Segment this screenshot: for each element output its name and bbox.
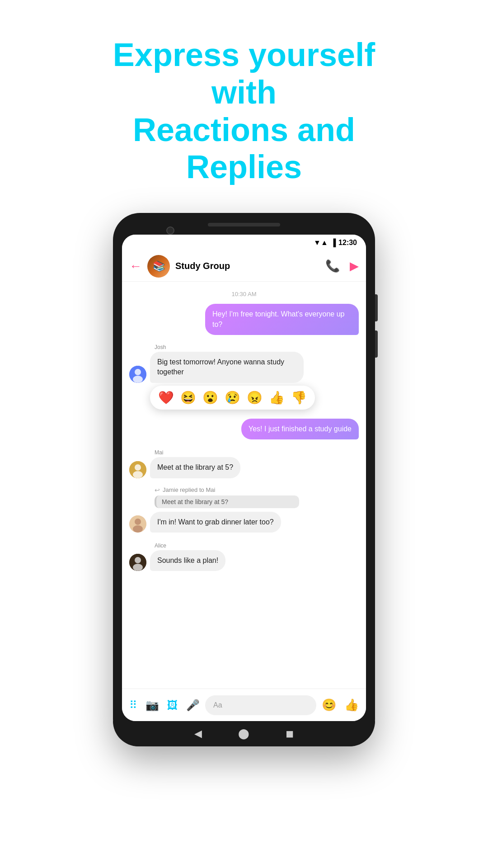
bubble-sent-1[interactable]: Hey! I'm free tonight. What's everyone u… (205, 304, 359, 335)
bottom-nav: ⠿ 📷 🖼 🎤 Aa 😊 👍 (122, 689, 366, 721)
emoji-icon[interactable]: 😊 (319, 695, 339, 715)
message-row-jamie: I'm in! Want to grab dinner later too? (129, 512, 359, 533)
svg-point-4 (135, 464, 141, 471)
text-input[interactable]: Aa (205, 695, 316, 715)
thumbs-up-icon[interactable]: 👍 (342, 695, 361, 715)
reply-label-row: ↩ Jamie replied to Mai (155, 486, 359, 494)
sender-name-alice: Alice (155, 542, 166, 549)
group-name: Study Group (175, 261, 325, 271)
svg-point-8 (133, 525, 143, 533)
reaction-popup: ❤️ 😆 😮 😢 😠 👍 👎 (150, 386, 315, 410)
reaction-thumbsup[interactable]: 👍 (269, 390, 285, 405)
page-header: Express yourself with Reactions and Repl… (86, 36, 402, 186)
android-nav-bar: ◀ ⬤ ◼ (113, 721, 375, 746)
app-header: ← 📚 Study Group 📞 ▶ (122, 251, 366, 282)
message-row-mai: Mai Meet at the library at 5? (129, 449, 359, 478)
video-icon[interactable]: ▶ (350, 259, 359, 273)
avatar-alice (129, 554, 146, 571)
vol-button-2 (375, 330, 378, 358)
svg-point-5 (133, 471, 143, 478)
avatar-jamie (129, 515, 146, 533)
battery-icon: ▐ (331, 239, 336, 247)
reply-arrow-icon: ↩ (155, 486, 160, 494)
group-avatar: 📚 (147, 255, 170, 278)
call-icon[interactable]: 📞 (325, 259, 340, 273)
back-button[interactable]: ← (129, 259, 142, 274)
camera-icon[interactable]: 📷 (143, 696, 162, 714)
avatar-josh (129, 366, 146, 383)
camera (166, 226, 174, 235)
reply-label-text: Jamie replied to Mai (163, 486, 215, 493)
timestamp: 10:30 AM (129, 291, 359, 297)
svg-point-11 (133, 564, 143, 571)
android-home-button[interactable]: ⬤ (238, 728, 249, 740)
message-row-alice: Alice Sounds like a plan! (129, 542, 359, 571)
message-row-sent-1: Hey! I'm free tonight. What's everyone u… (129, 304, 359, 335)
mic-icon[interactable]: 🎤 (183, 696, 202, 714)
dots-icon[interactable]: ⠿ (127, 696, 140, 714)
svg-point-2 (133, 376, 143, 383)
svg-point-7 (135, 519, 141, 525)
vol-button-1 (375, 294, 378, 321)
chat-area: 10:30 AM Hey! I'm free tonight. What's e… (122, 282, 366, 689)
input-placeholder: Aa (213, 701, 222, 709)
message-row-sent-2: Yes! I just finished a study guide (129, 419, 359, 439)
phone-shell: ▼▲ ▐ 12:30 ← 📚 Study Group 📞 ▶ 10:30 AM (113, 213, 375, 746)
time: 12:30 (338, 239, 357, 247)
speaker (208, 223, 280, 226)
bubble-jamie[interactable]: I'm in! Want to grab dinner later too? (150, 512, 281, 533)
sender-name-mai: Mai (155, 449, 163, 456)
reaction-sad[interactable]: 😢 (225, 390, 240, 405)
svg-point-10 (135, 557, 141, 563)
image-icon[interactable]: 🖼 (164, 696, 181, 714)
phone-screen: ▼▲ ▐ 12:30 ← 📚 Study Group 📞 ▶ 10:30 AM (122, 235, 366, 721)
bubble-josh[interactable]: Big test tomorrow! Anyone wanna study to… (150, 352, 304, 383)
android-back-button[interactable]: ◀ (194, 728, 202, 740)
reply-quote-bubble: Meet at the library at 5? (155, 495, 299, 508)
reaction-laugh[interactable]: 😆 (180, 390, 196, 405)
reaction-wow[interactable]: 😮 (202, 390, 218, 405)
wifi-icon: ▼▲ (314, 239, 328, 247)
bubble-alice[interactable]: Sounds like a plan! (150, 550, 225, 571)
header-actions: 📞 ▶ (325, 259, 359, 273)
sender-name-josh: Josh (155, 344, 166, 350)
headline: Express yourself with Reactions and Repl… (86, 36, 402, 186)
status-bar: ▼▲ ▐ 12:30 (122, 235, 366, 251)
reaction-angry[interactable]: 😠 (247, 390, 263, 405)
svg-point-1 (135, 369, 141, 375)
bubble-sent-2[interactable]: Yes! I just finished a study guide (241, 419, 359, 439)
android-recents-button[interactable]: ◼ (286, 728, 294, 740)
message-row-josh: Josh Big test tomorrow! Anyone wanna stu… (129, 344, 359, 412)
reaction-thumbsdown[interactable]: 👎 (291, 390, 307, 405)
reaction-heart[interactable]: ❤️ (158, 390, 174, 405)
bubble-mai[interactable]: Meet at the library at 5? (150, 457, 240, 478)
avatar-mai (129, 461, 146, 478)
